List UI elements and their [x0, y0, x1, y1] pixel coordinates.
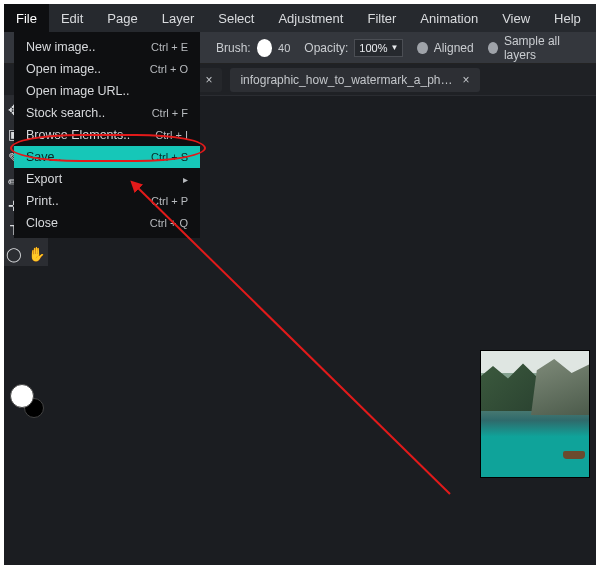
- menu-item-label: Save..: [26, 150, 61, 164]
- chevron-right-icon: ▸: [183, 174, 188, 185]
- file-menu-save[interactable]: Save..Ctrl + S: [14, 146, 200, 168]
- brush-size-value[interactable]: 40: [278, 42, 290, 54]
- file-menu-print[interactable]: Print..Ctrl + P: [14, 190, 200, 212]
- canvas-image[interactable]: [480, 350, 590, 478]
- menu-edit[interactable]: Edit: [49, 4, 95, 32]
- menu-animation[interactable]: Animation: [408, 4, 490, 32]
- opacity-label: Opacity:: [304, 41, 348, 55]
- menu-file[interactable]: File: [4, 4, 49, 32]
- menu-item-label: Open image URL..: [26, 84, 130, 98]
- document-tab[interactable]: infographic_how_to_watermark_a_ph…×: [230, 68, 479, 92]
- file-menu-open-image[interactable]: Open image..Ctrl + O: [14, 58, 200, 80]
- menu-item-label: Close: [26, 216, 58, 230]
- menu-item-label: Stock search..: [26, 106, 105, 120]
- menu-item-shortcut: Ctrl + E: [151, 41, 188, 53]
- menu-item-shortcut: Ctrl + O: [150, 63, 188, 75]
- file-menu-new-image[interactable]: New image..Ctrl + E: [14, 36, 200, 58]
- file-dropdown: New image..Ctrl + EOpen image..Ctrl + OO…: [14, 32, 200, 238]
- menu-view[interactable]: View: [490, 4, 542, 32]
- menu-item-label: Print..: [26, 194, 59, 208]
- file-menu-close[interactable]: CloseCtrl + Q: [14, 212, 200, 234]
- menu-item-shortcut: Ctrl + I: [155, 129, 188, 141]
- menu-bar: FileEditPageLayerSelectAdjustmentFilterA…: [4, 4, 596, 32]
- file-menu-open-image-url[interactable]: Open image URL..: [14, 80, 200, 102]
- menu-item-shortcut: Ctrl + S: [151, 151, 188, 163]
- menu-item-shortcut: Ctrl + F: [152, 107, 188, 119]
- menu-item-label: Browse Elements..: [26, 128, 130, 142]
- file-menu-browse-elements[interactable]: Browse Elements..Ctrl + I: [14, 124, 200, 146]
- file-menu-export[interactable]: Export▸: [14, 168, 200, 190]
- file-menu-stock-search[interactable]: Stock search..Ctrl + F: [14, 102, 200, 124]
- aligned-label: Aligned: [434, 41, 474, 55]
- menu-layer[interactable]: Layer: [150, 4, 207, 32]
- menu-item-label: New image..: [26, 40, 95, 54]
- menu-help[interactable]: Help: [542, 4, 593, 32]
- tab-label: infographic_how_to_watermark_a_ph…: [240, 73, 452, 87]
- menu-filter[interactable]: Filter: [355, 4, 408, 32]
- close-tab-icon[interactable]: ×: [463, 73, 470, 87]
- shape-icon[interactable]: ◯: [4, 244, 24, 264]
- sample-all-layers-label: Sample all layers: [504, 34, 582, 62]
- opacity-dropdown[interactable]: 100% ▼: [354, 39, 403, 57]
- menu-item-label: Open image..: [26, 62, 101, 76]
- aligned-radio[interactable]: [417, 42, 427, 54]
- opacity-value: 100%: [359, 42, 387, 54]
- menu-item-shortcut: Ctrl + Q: [150, 217, 188, 229]
- menu-select[interactable]: Select: [206, 4, 266, 32]
- foreground-color-swatch[interactable]: [10, 384, 34, 408]
- brush-preview-icon[interactable]: [257, 39, 272, 57]
- sample-all-layers-radio[interactable]: [488, 42, 498, 54]
- color-swatch[interactable]: [10, 384, 44, 418]
- menu-page[interactable]: Page: [95, 4, 149, 32]
- brush-label: Brush:: [216, 41, 251, 55]
- caret-down-icon: ▼: [390, 43, 398, 52]
- hand-icon[interactable]: ✋: [26, 244, 46, 264]
- close-tab-icon[interactable]: ×: [205, 73, 212, 87]
- app-window: FileEditPageLayerSelectAdjustmentFilterA…: [4, 4, 596, 565]
- menu-item-shortcut: Ctrl + P: [151, 195, 188, 207]
- menu-item-label: Export: [26, 172, 62, 186]
- menu-adjustment[interactable]: Adjustment: [266, 4, 355, 32]
